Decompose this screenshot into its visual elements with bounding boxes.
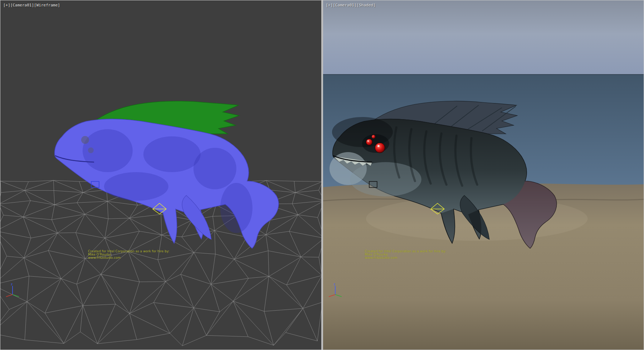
viewport-label-right: [+] [Camera01] [Shaded] — [326, 3, 376, 8]
viewport-menu-pov[interactable]: [Camera01] — [333, 3, 356, 8]
viewport-menu-general[interactable]: [+] — [3, 3, 10, 8]
viewport-menu-general[interactable]: [+] — [326, 3, 333, 8]
viewport-menu-shading[interactable]: [Shaded] — [357, 3, 376, 8]
watermark-line3: www.fritzstudio.com — [88, 256, 169, 259]
watermark: Created for Intel Corporation as a work … — [88, 250, 169, 259]
viewport-label-left: [+] [Camera01] [Wireframe] — [3, 3, 60, 8]
fish-model-wireframe[interactable] — [55, 101, 279, 248]
viewport-area: [+] [Camera01] [Wireframe] Created for I… — [0, 0, 644, 350]
watermark: Created for Intel Corporation as a work … — [365, 250, 446, 259]
wireframe-canvas[interactable] — [0, 0, 321, 350]
fish-eye-red-tiny — [371, 135, 375, 138]
viewport-menu-pov[interactable]: [Camera01] — [10, 3, 34, 8]
watermark-line3: www.fritzstudio.com — [365, 256, 446, 259]
fish-eye-red-large — [375, 143, 385, 153]
axis-x-icon — [329, 295, 335, 297]
fish-eye-spot — [81, 136, 89, 144]
axis-z-label: z — [11, 282, 13, 286]
fish-eye-specular-small — [367, 140, 369, 142]
viewport-wireframe[interactable]: [+] [Camera01] [Wireframe] Created for I… — [0, 0, 321, 350]
axis-x-icon — [6, 295, 13, 297]
shaded-canvas[interactable] — [323, 0, 644, 350]
fish-eye-specular — [377, 145, 379, 147]
axis-y-icon — [13, 295, 19, 297]
sky-background — [323, 0, 644, 75]
fish-eye-red-small — [366, 139, 372, 145]
viewport-shaded[interactable]: [+] [Camera01] [Shaded] Created for Inte… — [323, 0, 644, 350]
world-axis-tripod: z — [4, 282, 20, 299]
fish-eye-spot-small — [88, 147, 94, 153]
axis-z-label: z — [333, 282, 335, 286]
viewport-menu-shading[interactable]: [Wireframe] — [34, 3, 60, 8]
world-axis-tripod: z — [327, 282, 343, 299]
axis-y-icon — [335, 295, 342, 297]
